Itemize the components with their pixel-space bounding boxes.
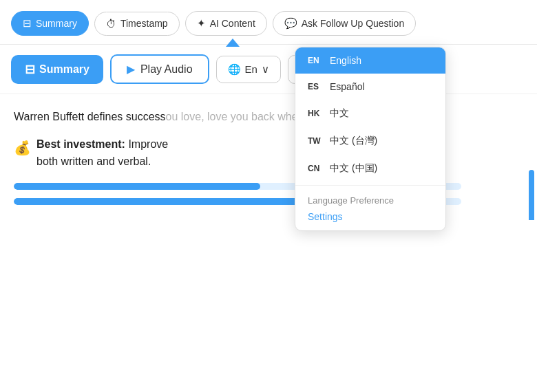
summary-button[interactable]: ⊟ Summary: [11, 55, 103, 84]
progress-bar-1-fill: [14, 183, 260, 190]
summary-tab-icon: ⊟: [23, 17, 32, 30]
timestamp-tab[interactable]: ⏱ Timestamp: [94, 12, 180, 36]
money-bag-emoji: 💰: [14, 137, 31, 159]
timestamp-tab-label: Timestamp: [120, 18, 168, 29]
summary-tab-label: Summary: [36, 18, 77, 29]
lang-option-tw[interactable]: TW 中文 (台灣): [295, 127, 445, 155]
language-dropdown: EN English ES Español HK 中文 TW 中文 (台灣) C…: [295, 47, 446, 231]
lang-code-hk: HK: [308, 109, 323, 118]
lang-code-cn: CN: [308, 164, 323, 173]
top-nav: ⊟ Summary ⏱ Timestamp ✦ AI Content 💬 Ask…: [0, 0, 537, 45]
language-label: En: [245, 63, 257, 75]
lang-code-tw: TW: [308, 136, 323, 146]
play-audio-button[interactable]: ▶ Play Audio: [110, 54, 209, 84]
globe-icon: 🌐: [228, 63, 241, 76]
lang-option-hk[interactable]: HK 中文: [295, 100, 445, 127]
ask-followup-icon: 💬: [284, 17, 297, 30]
ask-followup-tab-label: Ask Follow Up Question: [302, 18, 404, 29]
content-area: Warren Buffett defines successou love, l…: [0, 94, 537, 220]
timestamp-icon: ⏱: [106, 18, 116, 30]
scrollbar-track: [529, 170, 534, 220]
main-text-start: Warren Buffett defines success: [14, 111, 166, 122]
dropdown-divider: [295, 185, 445, 186]
toolbar: ⊟ Summary ▶ Play Audio 🌐 En ∨ ⧉ ↻: [0, 45, 537, 94]
lang-option-cn[interactable]: CN 中文 (中国): [295, 155, 445, 182]
lang-label-tw: 中文 (台灣): [330, 135, 377, 147]
ask-followup-tab[interactable]: 💬 Ask Follow Up Question: [273, 11, 416, 36]
scrollbar-thumb[interactable]: [529, 170, 534, 220]
chevron-down-icon: ∨: [262, 63, 269, 76]
lang-label-hk: 中文: [330, 107, 349, 120]
settings-link[interactable]: Settings: [295, 208, 445, 230]
dropdown-arrow: [226, 39, 240, 47]
lang-label-es: Español: [330, 81, 365, 92]
play-icon: ▶: [127, 63, 135, 76]
ai-content-tab[interactable]: ✦ AI Content: [185, 11, 267, 36]
lang-option-es[interactable]: ES Español: [295, 74, 445, 100]
play-audio-label: Play Audio: [140, 63, 193, 76]
lang-code-en: EN: [308, 56, 323, 65]
lang-label-cn: 中文 (中国): [330, 162, 377, 175]
investment-line: 💰 Best investment: Improveboth written a…: [14, 135, 523, 171]
investment-label: Best investment:: [36, 138, 125, 150]
lang-label-en: English: [330, 55, 361, 66]
lang-code-es: ES: [308, 82, 323, 91]
summary-button-label: Summary: [39, 63, 90, 76]
summary-button-icon: ⊟: [25, 62, 35, 77]
ai-content-icon: ✦: [197, 17, 206, 30]
main-text: Warren Buffett defines successou love, l…: [14, 108, 523, 126]
lang-option-en[interactable]: EN English: [295, 47, 445, 74]
summary-tab[interactable]: ⊟ Summary: [11, 11, 89, 36]
investment-text: Best investment: Improveboth written and…: [36, 135, 168, 171]
ai-content-tab-label: AI Content: [210, 18, 255, 29]
language-button[interactable]: 🌐 En ∨: [216, 56, 281, 83]
language-preference-label: Language Preference: [295, 188, 445, 208]
